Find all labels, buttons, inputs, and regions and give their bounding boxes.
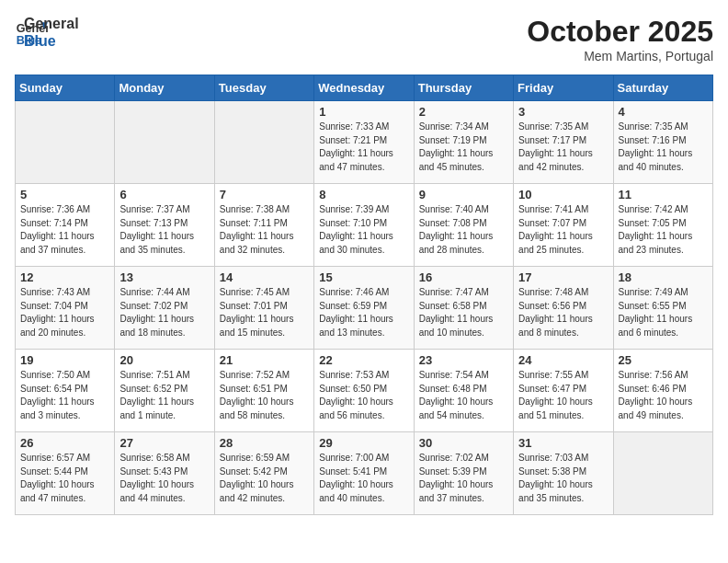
calendar-week-row: 26Sunrise: 6:57 AMSunset: 5:44 PMDayligh… <box>16 432 713 515</box>
day-info: Sunrise: 7:48 AMSunset: 6:56 PMDaylight:… <box>518 286 608 339</box>
calendar-cell <box>115 101 214 184</box>
calendar-week-row: 1Sunrise: 7:33 AMSunset: 7:21 PMDaylight… <box>16 101 713 184</box>
day-number: 15 <box>319 270 408 284</box>
calendar-cell: 31Sunrise: 7:03 AMSunset: 5:38 PMDayligh… <box>514 432 613 515</box>
day-info: Sunrise: 7:53 AMSunset: 6:50 PMDaylight:… <box>319 369 408 422</box>
day-info: Sunrise: 7:40 AMSunset: 7:08 PMDaylight:… <box>419 203 508 257</box>
day-number: 10 <box>518 188 608 201</box>
calendar-cell: 12Sunrise: 7:43 AMSunset: 7:04 PMDayligh… <box>16 267 115 350</box>
day-info: Sunrise: 7:00 AMSunset: 5:41 PMDaylight:… <box>319 452 408 505</box>
calendar-cell: 8Sunrise: 7:39 AMSunset: 7:10 PMDaylight… <box>314 184 414 267</box>
title-block: October 2025 Mem Martins, Portugal <box>527 15 713 63</box>
calendar-cell: 24Sunrise: 7:55 AMSunset: 6:47 PMDayligh… <box>514 350 613 432</box>
day-number: 14 <box>220 270 309 284</box>
day-number: 7 <box>220 188 309 201</box>
day-number: 26 <box>20 436 109 450</box>
calendar-cell: 5Sunrise: 7:36 AMSunset: 7:14 PMDaylight… <box>16 184 115 267</box>
calendar-week-row: 5Sunrise: 7:36 AMSunset: 7:14 PMDaylight… <box>16 184 713 267</box>
calendar-cell: 3Sunrise: 7:35 AMSunset: 7:17 PMDaylight… <box>514 101 613 184</box>
calendar-cell: 18Sunrise: 7:49 AMSunset: 6:55 PMDayligh… <box>613 267 712 350</box>
month-title: October 2025 <box>527 15 713 49</box>
page-header: General Blue General Blue October 2025 M… <box>15 15 713 63</box>
weekday-header-saturday: Saturday <box>613 75 712 101</box>
day-number: 8 <box>319 188 408 201</box>
day-info: Sunrise: 7:41 AMSunset: 7:07 PMDaylight:… <box>518 203 608 257</box>
calendar-cell: 6Sunrise: 7:37 AMSunset: 7:13 PMDaylight… <box>115 184 214 267</box>
logo: General Blue General Blue <box>15 15 79 50</box>
calendar-cell: 9Sunrise: 7:40 AMSunset: 7:08 PMDaylight… <box>414 184 513 267</box>
calendar-cell <box>214 101 313 184</box>
day-number: 6 <box>119 188 209 201</box>
weekday-header-row: SundayMondayTuesdayWednesdayThursdayFrid… <box>16 75 713 101</box>
calendar-cell: 17Sunrise: 7:48 AMSunset: 6:56 PMDayligh… <box>514 267 613 350</box>
day-number: 20 <box>119 353 209 367</box>
day-number: 24 <box>518 353 608 367</box>
calendar-cell: 19Sunrise: 7:50 AMSunset: 6:54 PMDayligh… <box>16 350 115 432</box>
calendar-cell: 13Sunrise: 7:44 AMSunset: 7:02 PMDayligh… <box>115 267 214 350</box>
day-info: Sunrise: 7:02 AMSunset: 5:39 PMDaylight:… <box>419 452 508 505</box>
day-number: 27 <box>119 436 209 450</box>
calendar-cell: 20Sunrise: 7:51 AMSunset: 6:52 PMDayligh… <box>115 350 214 432</box>
day-number: 21 <box>220 353 309 367</box>
weekday-header-tuesday: Tuesday <box>214 75 313 101</box>
day-number: 5 <box>20 188 109 201</box>
day-info: Sunrise: 7:37 AMSunset: 7:13 PMDaylight:… <box>119 203 209 257</box>
day-number: 2 <box>419 105 508 119</box>
day-info: Sunrise: 6:59 AMSunset: 5:42 PMDaylight:… <box>220 452 309 505</box>
day-number: 18 <box>619 270 708 284</box>
calendar-cell: 2Sunrise: 7:34 AMSunset: 7:19 PMDaylight… <box>414 101 513 184</box>
day-info: Sunrise: 7:45 AMSunset: 7:01 PMDaylight:… <box>220 286 309 339</box>
weekday-header-thursday: Thursday <box>414 75 513 101</box>
day-number: 11 <box>619 188 708 201</box>
day-number: 3 <box>518 105 608 119</box>
day-info: Sunrise: 7:03 AMSunset: 5:38 PMDaylight:… <box>518 452 608 505</box>
weekday-header-friday: Friday <box>514 75 613 101</box>
day-number: 23 <box>419 353 508 367</box>
logo-general: General <box>24 15 79 32</box>
day-info: Sunrise: 6:58 AMSunset: 5:43 PMDaylight:… <box>119 452 209 505</box>
calendar-week-row: 12Sunrise: 7:43 AMSunset: 7:04 PMDayligh… <box>16 267 713 350</box>
day-number: 28 <box>220 436 309 450</box>
calendar-cell: 29Sunrise: 7:00 AMSunset: 5:41 PMDayligh… <box>314 432 414 515</box>
day-info: Sunrise: 7:44 AMSunset: 7:02 PMDaylight:… <box>119 286 209 339</box>
day-number: 16 <box>419 270 508 284</box>
day-info: Sunrise: 7:42 AMSunset: 7:05 PMDaylight:… <box>619 203 708 257</box>
calendar-cell: 10Sunrise: 7:41 AMSunset: 7:07 PMDayligh… <box>514 184 613 267</box>
day-info: Sunrise: 7:52 AMSunset: 6:51 PMDaylight:… <box>220 369 309 422</box>
calendar-cell: 21Sunrise: 7:52 AMSunset: 6:51 PMDayligh… <box>214 350 313 432</box>
day-info: Sunrise: 6:57 AMSunset: 5:44 PMDaylight:… <box>20 452 109 505</box>
day-number: 31 <box>518 436 608 450</box>
calendar-cell: 14Sunrise: 7:45 AMSunset: 7:01 PMDayligh… <box>214 267 313 350</box>
day-number: 13 <box>119 270 209 284</box>
day-info: Sunrise: 7:38 AMSunset: 7:11 PMDaylight:… <box>220 203 309 257</box>
calendar-cell <box>613 432 712 515</box>
day-number: 22 <box>319 353 408 367</box>
calendar-cell: 11Sunrise: 7:42 AMSunset: 7:05 PMDayligh… <box>613 184 712 267</box>
calendar-cell: 16Sunrise: 7:47 AMSunset: 6:58 PMDayligh… <box>414 267 513 350</box>
day-number: 1 <box>319 105 408 119</box>
calendar-cell: 30Sunrise: 7:02 AMSunset: 5:39 PMDayligh… <box>414 432 513 515</box>
day-number: 4 <box>619 105 708 119</box>
calendar-cell <box>16 101 115 184</box>
day-number: 9 <box>419 188 508 201</box>
day-info: Sunrise: 7:49 AMSunset: 6:55 PMDaylight:… <box>619 286 708 339</box>
subtitle: Mem Martins, Portugal <box>527 49 713 63</box>
calendar-cell: 1Sunrise: 7:33 AMSunset: 7:21 PMDaylight… <box>314 101 414 184</box>
calendar-cell: 22Sunrise: 7:53 AMSunset: 6:50 PMDayligh… <box>314 350 414 432</box>
day-number: 19 <box>20 353 109 367</box>
day-info: Sunrise: 7:51 AMSunset: 6:52 PMDaylight:… <box>119 369 209 422</box>
calendar-cell: 4Sunrise: 7:35 AMSunset: 7:16 PMDaylight… <box>613 101 712 184</box>
day-number: 25 <box>619 353 708 367</box>
day-info: Sunrise: 7:36 AMSunset: 7:14 PMDaylight:… <box>20 203 109 257</box>
day-info: Sunrise: 7:43 AMSunset: 7:04 PMDaylight:… <box>20 286 109 339</box>
day-info: Sunrise: 7:35 AMSunset: 7:17 PMDaylight:… <box>518 121 608 174</box>
calendar-cell: 26Sunrise: 6:57 AMSunset: 5:44 PMDayligh… <box>16 432 115 515</box>
calendar-cell: 23Sunrise: 7:54 AMSunset: 6:48 PMDayligh… <box>414 350 513 432</box>
calendar-cell: 15Sunrise: 7:46 AMSunset: 6:59 PMDayligh… <box>314 267 414 350</box>
calendar-week-row: 19Sunrise: 7:50 AMSunset: 6:54 PMDayligh… <box>16 350 713 432</box>
day-info: Sunrise: 7:35 AMSunset: 7:16 PMDaylight:… <box>619 121 708 174</box>
weekday-header-monday: Monday <box>115 75 214 101</box>
day-info: Sunrise: 7:34 AMSunset: 7:19 PMDaylight:… <box>419 121 508 174</box>
day-info: Sunrise: 7:46 AMSunset: 6:59 PMDaylight:… <box>319 286 408 339</box>
calendar-table: SundayMondayTuesdayWednesdayThursdayFrid… <box>15 75 713 515</box>
